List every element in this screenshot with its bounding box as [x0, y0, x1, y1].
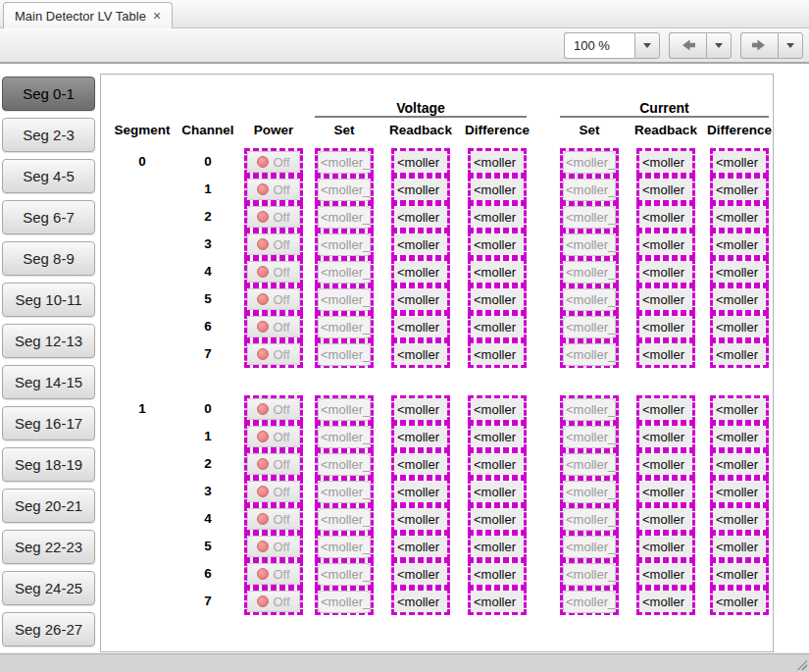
current-set-field[interactable]: <moller_ [563, 288, 616, 311]
current-set-field[interactable]: <moller_ [563, 233, 616, 256]
sidebar-item-seg-16-17[interactable]: Seg 16-17 [2, 406, 95, 440]
voltage-set-field[interactable]: <moller_ [318, 426, 371, 448]
voltage-set-field[interactable]: <moller_ [318, 563, 371, 586]
channel-label: 5 [204, 291, 212, 306]
power-button[interactable]: Off [247, 508, 300, 530]
power-button[interactable]: Off [247, 261, 300, 283]
power-cell: Off [244, 505, 303, 533]
sidebar-item-seg-10-11[interactable]: Seg 10-11 [2, 283, 95, 317]
current-readback-cell: <moller [636, 560, 695, 588]
voltage-set-field[interactable]: <moller_ [318, 536, 371, 558]
current-set-field[interactable]: <moller_ [563, 591, 616, 613]
close-tab-icon[interactable]: × [153, 9, 161, 23]
sidebar-item-seg-12-13[interactable]: Seg 12-13 [2, 324, 95, 358]
forward-button[interactable] [740, 32, 778, 59]
table-row: 2Off<moller_<moller<moller<moller_<molle… [101, 450, 773, 478]
power-cell: Off [244, 423, 303, 450]
voltage-difference-field: <moller [471, 426, 524, 447]
voltage-set-field[interactable]: <moller_ [318, 179, 371, 201]
back-button[interactable] [669, 32, 706, 59]
current-difference-field: <moller [713, 426, 766, 447]
power-button[interactable]: Off [247, 233, 300, 255]
sidebar-item-seg-6-7[interactable]: Seg 6-7 [2, 200, 95, 234]
voltage-set-field[interactable]: <moller_ [318, 206, 371, 229]
power-button[interactable]: Off [247, 563, 300, 585]
power-button[interactable]: Off [247, 426, 300, 447]
led-off-icon [257, 266, 269, 278]
power-button[interactable]: Off [247, 481, 300, 502]
power-button[interactable]: Off [247, 179, 300, 200]
power-off-label: Off [273, 512, 289, 527]
voltage-difference-cell: <moller [468, 450, 527, 478]
current-readback-cell: <moller [636, 478, 695, 505]
voltage-set-cell: <moller_ [315, 176, 374, 203]
sidebar-item-seg-4-5[interactable]: Seg 4-5 [2, 159, 95, 193]
sidebar-item-seg-2-3[interactable]: Seg 2-3 [2, 118, 95, 152]
power-button[interactable]: Off [247, 288, 300, 310]
voltage-difference-cell: <moller [468, 285, 527, 313]
current-set-field[interactable]: <moller_ [563, 426, 616, 448]
sidebar-item-seg-18-19[interactable]: Seg 18-19 [2, 447, 95, 482]
power-button[interactable]: Off [247, 343, 300, 365]
power-cell: Off [244, 450, 303, 478]
voltage-set-field[interactable]: <moller_ [318, 261, 371, 284]
current-difference-cell: <moller [710, 203, 769, 231]
back-dropdown-button[interactable] [706, 32, 732, 59]
power-button[interactable]: Off [247, 151, 300, 173]
current-set-field[interactable]: <moller_ [563, 563, 616, 586]
power-off-label: Off [273, 430, 289, 444]
current-set-field[interactable]: <moller_ [563, 206, 616, 229]
current-set-field[interactable]: <moller_ [563, 508, 616, 531]
power-button[interactable]: Off [247, 316, 300, 337]
power-off-label: Off [273, 320, 289, 335]
power-button[interactable]: Off [247, 206, 300, 228]
voltage-set-field[interactable]: <moller_ [318, 481, 371, 503]
current-set-field[interactable]: <moller_ [563, 481, 616, 503]
channel-rows: 00Off<moller_<moller<moller<moller_<moll… [101, 75, 773, 651]
power-button[interactable]: Off [247, 453, 300, 475]
current-set-cell: <moller_ [560, 478, 619, 505]
voltage-readback-cell: <moller [391, 148, 450, 176]
current-set-field[interactable]: <moller_ [563, 453, 616, 476]
sidebar-item-seg-20-21[interactable]: Seg 20-21 [2, 489, 95, 523]
voltage-set-field[interactable]: <moller_ [318, 316, 371, 338]
voltage-set-field[interactable]: <moller_ [318, 398, 371, 421]
sidebar-item-seg-0-1[interactable]: Seg 0-1 [2, 77, 95, 111]
power-off-label: Off [273, 265, 289, 280]
current-set-cell: <moller_ [560, 148, 619, 176]
power-button[interactable]: Off [247, 398, 300, 420]
sidebar-item-seg-26-27[interactable]: Seg 26-27 [2, 612, 95, 646]
sidebar-item-seg-24-25[interactable]: Seg 24-25 [2, 571, 95, 605]
voltage-difference-cell: <moller [468, 533, 527, 560]
sidebar-item-seg-14-15[interactable]: Seg 14-15 [2, 365, 95, 399]
voltage-set-field[interactable]: <moller_ [318, 233, 371, 256]
current-set-field[interactable]: <moller_ [563, 179, 616, 201]
forward-button-group [740, 32, 803, 59]
current-set-field[interactable]: <moller_ [563, 151, 616, 174]
voltage-set-field[interactable]: <moller_ [318, 343, 371, 366]
current-set-cell: <moller_ [560, 423, 619, 450]
current-set-field[interactable]: <moller_ [563, 316, 616, 338]
document-tab[interactable]: Main Detector LV Table × [3, 2, 173, 28]
voltage-set-field[interactable]: <moller_ [318, 453, 371, 476]
table-row: 00Off<moller_<moller<moller<moller_<moll… [101, 148, 773, 176]
current-set-field[interactable]: <moller_ [563, 398, 616, 421]
voltage-set-field[interactable]: <moller_ [318, 508, 371, 531]
voltage-set-field[interactable]: <moller_ [318, 591, 371, 613]
voltage-set-field[interactable]: <moller_ [318, 288, 371, 311]
current-set-field[interactable]: <moller_ [563, 343, 616, 366]
sidebar-item-seg-22-23[interactable]: Seg 22-23 [2, 530, 95, 564]
zoom-value[interactable]: 100 % [564, 32, 634, 59]
current-difference-field: <moller [713, 536, 766, 557]
power-cell: Off [244, 588, 303, 615]
power-button[interactable]: Off [247, 591, 300, 612]
sidebar-item-seg-8-9[interactable]: Seg 8-9 [2, 241, 95, 276]
voltage-set-field[interactable]: <moller_ [318, 151, 371, 174]
current-readback-field: <moller [639, 426, 692, 447]
power-button[interactable]: Off [247, 536, 300, 557]
resize-grip-icon[interactable] [795, 658, 807, 670]
forward-dropdown-button[interactable] [778, 32, 803, 59]
zoom-dropdown-button[interactable] [634, 32, 660, 59]
current-set-field[interactable]: <moller_ [563, 536, 616, 558]
current-set-field[interactable]: <moller_ [563, 261, 616, 284]
